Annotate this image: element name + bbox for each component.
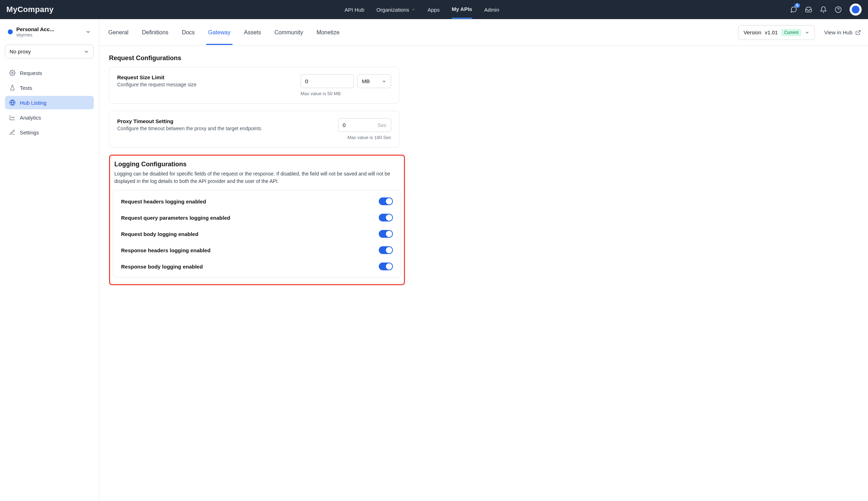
brand-logo[interactable]: MyCompany [6, 5, 54, 14]
logging-desc: Logging can be disabled for specific fie… [113, 170, 401, 185]
sidebar-item-label: Analytics [20, 115, 41, 121]
nav-apps[interactable]: Apps [428, 1, 440, 18]
proxy-timeout-label: Proxy Timeout Setting [117, 118, 261, 124]
toggle-label-req-query: Request query parameters logging enabled [121, 215, 230, 221]
sidebar-item-label: Settings [20, 129, 39, 136]
sidebar-item-requests[interactable]: Requests [5, 66, 94, 80]
topbar-actions: 6 [790, 4, 862, 16]
sidebar-item-tests[interactable]: Tests [5, 81, 94, 94]
proxy-timeout-value: 0 [343, 122, 346, 128]
sidebar: Personal Acc... sbyrnes No proxy Request… [0, 19, 99, 501]
proxy-selector-label: No proxy [10, 48, 31, 54]
section-title-request-config: Request Configurations [109, 54, 858, 62]
version-badge: Current [781, 29, 801, 36]
toggle-switch-res-headers[interactable] [379, 246, 393, 254]
toggle-switch-req-headers[interactable] [379, 197, 393, 205]
tab-monetize[interactable]: Monetize [314, 20, 342, 45]
account-name: Personal Acc... [16, 26, 82, 32]
toggle-switch-req-query[interactable] [379, 214, 393, 221]
toggle-row-res-body: Response body logging enabled [121, 258, 393, 275]
tabs-bar: General Definitions Docs Gateway Assets … [99, 19, 868, 46]
pencil-icon [9, 129, 16, 136]
card-proxy-timeout: Proxy Timeout Setting Configure the time… [109, 111, 399, 148]
sidebar-item-label: Requests [20, 70, 42, 76]
request-size-input[interactable] [301, 74, 354, 88]
tab-gateway[interactable]: Gateway [206, 20, 233, 45]
toggle-switch-req-body[interactable] [379, 230, 393, 238]
tab-docs[interactable]: Docs [180, 20, 197, 45]
sidebar-item-label: Tests [20, 85, 32, 91]
account-icon [8, 29, 13, 34]
tab-assets[interactable]: Assets [242, 20, 263, 45]
request-size-desc: Configure the request message size [117, 82, 196, 87]
topbar: MyCompany API Hub Organizations Apps My … [0, 0, 868, 19]
toggle-row-req-body: Request body logging enabled [121, 226, 393, 242]
proxy-timeout-input[interactable]: 0 Sec [338, 118, 391, 132]
proxy-selector[interactable]: No proxy [5, 45, 94, 58]
comments-icon[interactable]: 6 [790, 6, 797, 13]
chart-icon [9, 114, 16, 121]
toggle-switch-res-body[interactable] [379, 263, 393, 270]
svg-point-0 [835, 7, 841, 13]
external-link-icon [855, 30, 861, 35]
sidebar-item-analytics[interactable]: Analytics [5, 111, 94, 124]
proxy-timeout-suffix: Sec [377, 122, 387, 128]
logging-highlight-box: Logging Configurations Logging can be di… [109, 155, 405, 285]
toggle-row-req-query: Request query parameters logging enabled [121, 209, 393, 226]
globe-icon [9, 99, 16, 106]
top-nav: API Hub Organizations Apps My APIs Admin [344, 0, 499, 19]
toggle-label-res-body: Response body logging enabled [121, 264, 203, 270]
request-size-help: Max value is 50 MB [301, 91, 391, 96]
account-switcher[interactable]: Personal Acc... sbyrnes [5, 24, 94, 40]
nav-organizations[interactable]: Organizations [376, 1, 416, 18]
request-size-unit-select[interactable]: MB [357, 74, 391, 88]
avatar[interactable] [850, 4, 862, 16]
inbox-icon[interactable] [805, 6, 812, 13]
tab-general[interactable]: General [106, 20, 131, 45]
chevron-down-icon [84, 49, 89, 54]
toggle-label-res-headers: Response headers logging enabled [121, 247, 211, 253]
account-user: sbyrnes [16, 32, 82, 38]
toggle-row-res-headers: Response headers logging enabled [121, 242, 393, 258]
bell-icon[interactable] [820, 6, 827, 13]
flask-icon [9, 85, 16, 91]
tab-definitions[interactable]: Definitions [140, 20, 171, 45]
sidebar-item-label: Hub Listing [20, 100, 46, 106]
section-title-logging: Logging Configurations [114, 161, 401, 168]
card-request-size: Request Size Limit Configure the request… [109, 67, 399, 104]
view-in-hub-link[interactable]: View in Hub [824, 29, 861, 35]
svg-line-5 [858, 30, 860, 33]
chevron-down-icon [382, 79, 387, 84]
request-size-unit-label: MB [362, 78, 370, 84]
sidebar-item-settings[interactable]: Settings [5, 126, 94, 139]
gear-icon [9, 70, 16, 76]
chevron-down-icon [85, 29, 91, 35]
toggle-label-req-headers: Request headers logging enabled [121, 198, 206, 205]
main-panel: General Definitions Docs Gateway Assets … [99, 19, 868, 501]
toggle-label-req-body: Request body logging enabled [121, 231, 198, 237]
nav-organizations-label: Organizations [376, 7, 409, 13]
proxy-timeout-desc: Configure the timeout between the proxy … [117, 126, 261, 131]
proxy-timeout-help: Max value is 180 Sec [338, 135, 391, 140]
nav-my-apis[interactable]: My APIs [452, 0, 472, 19]
svg-point-2 [12, 72, 13, 74]
request-size-label: Request Size Limit [117, 74, 196, 80]
version-prefix: Version [743, 29, 761, 35]
tab-community[interactable]: Community [272, 20, 305, 45]
help-icon[interactable] [835, 6, 842, 13]
version-selector[interactable]: Version v1.01 Current [738, 25, 815, 40]
chevron-down-icon [411, 7, 416, 12]
sidebar-item-hub-listing[interactable]: Hub Listing [5, 96, 94, 109]
nav-api-hub[interactable]: API Hub [344, 1, 364, 18]
nav-admin[interactable]: Admin [484, 1, 499, 18]
view-in-hub-label: View in Hub [824, 29, 852, 35]
notifications-badge: 6 [794, 3, 800, 8]
chevron-down-icon [805, 30, 810, 35]
toggle-row-req-headers: Request headers logging enabled [121, 193, 393, 209]
version-value: v1.01 [765, 29, 778, 35]
logging-toggle-card: Request headers logging enabled Request … [113, 190, 401, 278]
